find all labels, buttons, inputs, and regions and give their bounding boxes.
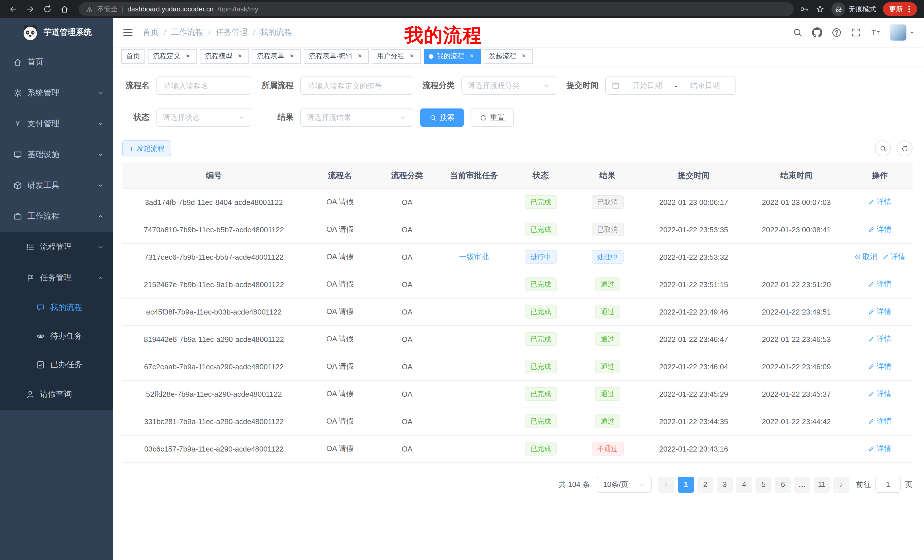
sidebar-item-eye[interactable]: 待办任务 [0,322,113,350]
detail-action[interactable]: 详情 [868,443,891,454]
status-badge: 已完成 [525,387,557,401]
tab[interactable]: 我的流程× [424,49,481,64]
sidebar-item-gear[interactable]: 系统管理 [0,78,113,108]
result-select[interactable]: 请选择流结果 [300,108,412,127]
detail-action[interactable]: 详情 [868,279,891,289]
breadcrumb-item[interactable]: 任务管理 [216,27,248,38]
tab[interactable]: 流程表单-编辑× [304,49,369,64]
page-button[interactable]: 11 [814,476,830,493]
more-pages-button[interactable]: ... [794,476,810,493]
breadcrumb-item[interactable]: 工作流程 [171,27,203,38]
sidebar-item-list[interactable]: 流程管理 [0,232,113,263]
chevron-up-icon [97,213,104,220]
sidebar-item-chat[interactable]: 我的流程 [0,293,113,322]
fullscreen-icon[interactable] [851,27,861,38]
tab[interactable]: 发起流程× [484,49,533,64]
search-icon [429,114,437,121]
refresh-table-button[interactable] [897,141,913,156]
close-icon[interactable]: × [520,52,528,60]
page-button[interactable]: 6 [775,476,791,493]
hamburger-icon[interactable] [122,27,134,38]
close-icon[interactable]: × [468,52,476,60]
next-page-button[interactable] [833,476,849,493]
font-size-icon[interactable]: TT [870,27,880,38]
cell-status: 进行中 [508,243,574,271]
cancel-action[interactable]: 取消 [854,252,878,262]
detail-action[interactable]: 详情 [868,389,891,399]
page-button[interactable]: 4 [736,476,752,493]
briefcase-icon [13,212,22,221]
process-name-input[interactable] [156,76,251,95]
close-icon[interactable]: × [356,52,364,60]
detail-action[interactable]: 详情 [882,252,906,262]
prev-page-button[interactable] [658,476,675,493]
page-size-select[interactable]: 10条/页 [597,476,652,493]
search-button[interactable]: 搜索 [420,108,464,127]
user-menu[interactable] [890,24,915,41]
avatar[interactable] [890,24,907,41]
sidebar-item-done[interactable]: 已办任务 [0,350,113,379]
detail-action[interactable]: 详情 [868,307,891,317]
search-icon[interactable] [793,27,803,38]
cell-end-time: 2022-01-22 23:49:51 [746,298,847,325]
detail-action[interactable]: 详情 [868,361,891,371]
sidebar-item-box[interactable]: 研发工具 [0,170,113,201]
page-annotation: 我的流程 [404,23,482,48]
sidebar-item-yen[interactable]: ¥支付管理 [0,108,113,139]
detail-action[interactable]: 详情 [868,416,891,427]
tab[interactable]: 流程定义× [148,49,197,64]
reload-icon[interactable] [40,2,55,16]
status-badge: 通过 [595,305,620,319]
github-icon[interactable] [812,27,822,38]
sidebar-item-tasks[interactable]: 任务管理 [0,263,113,293]
parent-process-input[interactable] [300,76,412,95]
sidebar-item-user[interactable]: 请假查询 [0,379,113,410]
reset-button[interactable]: 重置 [471,108,514,127]
sidebar-item-home[interactable]: 首页 [0,47,113,78]
close-icon[interactable]: × [288,52,296,60]
detail-action[interactable]: 详情 [868,334,891,344]
sidebar-item-monitor[interactable]: 基础设施 [0,139,113,170]
browser-menu-icon[interactable] [904,4,914,14]
update-button[interactable]: 更新 [883,2,917,16]
help-icon[interactable] [831,27,842,38]
category-select[interactable]: 请选择流程分类 [461,76,556,95]
date-separator: - [675,81,678,90]
detail-action[interactable]: 详情 [868,197,891,207]
breadcrumb-item[interactable]: 首页 [143,27,159,38]
toggle-search-button[interactable] [875,141,891,156]
back-icon[interactable] [6,2,21,16]
status-select[interactable]: 请选择状态 [156,108,251,127]
status-badge: 不通过 [591,442,623,455]
cell-id: 03c6c157-7b9a-11ec-a290-acde48001122 [122,435,306,463]
create-process-button[interactable]: + 发起流程 [122,141,171,156]
sidebar-item-briefcase[interactable]: 工作流程 [0,201,113,232]
cell-id: ec45f38f-7b9a-11ec-b03b-acde48001122 [122,298,306,325]
process-name-input-field[interactable] [163,81,245,90]
tab[interactable]: 流程模型× [200,49,249,64]
forward-icon[interactable] [23,2,38,16]
close-icon[interactable]: × [184,52,192,60]
address-bar[interactable]: 不安全 | dashboard.yudao.iocoder.cn/bpm/tas… [79,2,794,16]
task-link[interactable]: 一级审批 [459,252,489,262]
submit-time-range[interactable]: 开始日期 - 结束日期 [605,76,735,95]
filter-row-1: 流程名 所属流程 流程分类 请选择流程分类 [122,76,913,95]
tab[interactable]: 用户分组× [372,49,421,64]
bookmark-star-icon[interactable] [816,4,825,14]
tab[interactable]: 首页 [121,49,145,64]
page-button[interactable]: 5 [756,476,771,493]
page-button[interactable]: 2 [697,476,713,493]
key-icon[interactable] [800,4,808,14]
detail-action[interactable]: 详情 [868,225,891,235]
app-logo[interactable]: 芋道管理系统 [0,18,113,47]
page-button[interactable]: 3 [717,476,733,493]
reset-button-label: 重置 [490,112,505,123]
sidebar-item-label: 我的流程 [50,302,82,313]
tab[interactable]: 流程表单× [252,49,301,64]
close-icon[interactable]: × [408,52,416,60]
parent-process-input-field[interactable] [307,81,406,90]
browser-home-icon[interactable] [57,2,72,16]
goto-page-input[interactable] [876,476,901,493]
close-icon[interactable]: × [236,52,244,60]
page-button[interactable]: 1 [678,476,694,493]
